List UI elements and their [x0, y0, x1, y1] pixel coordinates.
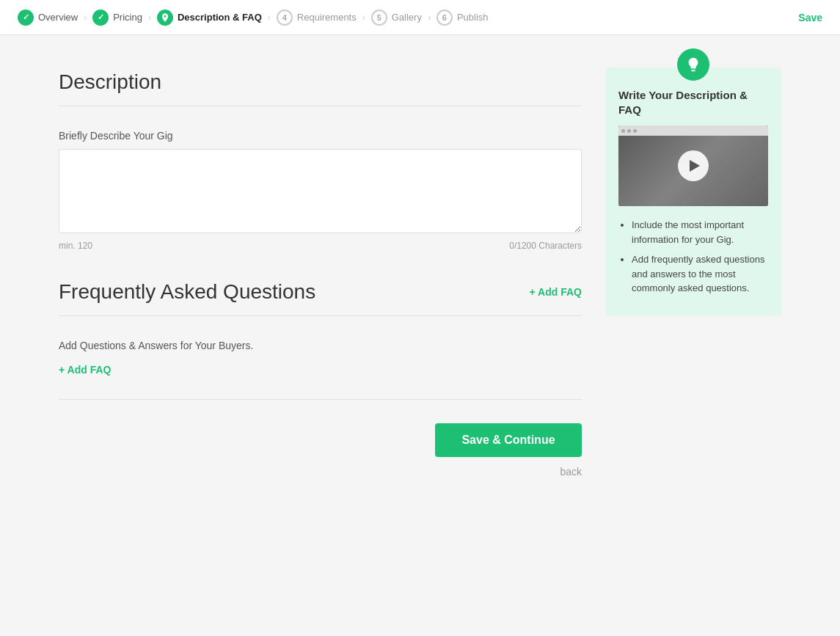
pricing-label: Pricing [113, 12, 142, 23]
min-chars-label: min. 120 [59, 241, 92, 251]
tip-bulb-icon [677, 48, 709, 81]
tip-bullets: Include the most important information f… [618, 218, 768, 296]
add-faq-top-button[interactable]: + Add FAQ [530, 286, 582, 298]
chevron-4: › [362, 12, 365, 23]
chevron-1: › [84, 12, 87, 23]
nav-step-description-faq[interactable]: Description & FAQ [157, 10, 262, 26]
gig-description-textarea[interactable] [59, 149, 582, 233]
char-info: min. 120 0/1200 Characters [59, 241, 582, 251]
bottom-divider [59, 399, 582, 400]
tip-card-title: Write Your Description & FAQ [618, 88, 768, 117]
play-button[interactable] [678, 150, 709, 181]
play-triangle-icon [690, 160, 700, 172]
faq-section-title: Frequently Asked Questions [59, 280, 315, 304]
char-count-label: 0/1200 Characters [509, 241, 582, 251]
nav-step-gallery[interactable]: 5 Gallery [371, 10, 422, 26]
faq-body-text: Add Questions & Answers for Your Buyers. [59, 340, 582, 351]
nav-step-overview[interactable]: ✓ Overview [18, 10, 78, 26]
chevron-5: › [428, 12, 431, 23]
sidebar-tip: Write Your Description & FAQ Include the… [605, 65, 781, 478]
faq-header: Frequently Asked Questions + Add FAQ [59, 280, 582, 304]
tip-bullet-2: Add frequently asked questions and answe… [632, 252, 768, 296]
top-nav: ✓ Overview › ✓ Pricing › Description & F… [0, 0, 840, 35]
form-area: Description Briefly Describe Your Gig mi… [59, 70, 582, 478]
form-actions: Save & Continue back [59, 423, 582, 478]
nav-steps: ✓ Overview › ✓ Pricing › Description & F… [18, 10, 822, 26]
gallery-number-icon: 5 [371, 10, 387, 26]
gig-description-label: Briefly Describe Your Gig [59, 130, 582, 142]
browser-dot-2 [627, 129, 631, 133]
requirements-label: Requirements [297, 12, 357, 23]
description-section-title: Description [59, 70, 582, 94]
overview-check-icon: ✓ [18, 10, 34, 26]
requirements-number-icon: 4 [277, 10, 293, 26]
description-faq-pin-icon [157, 10, 173, 26]
description-divider [59, 106, 582, 106]
browser-dot-1 [621, 129, 625, 133]
save-continue-button[interactable]: Save & Continue [435, 423, 582, 457]
main-content: Description Briefly Describe Your Gig mi… [0, 35, 840, 522]
description-faq-label: Description & FAQ [178, 12, 262, 23]
back-link[interactable]: back [560, 466, 582, 478]
nav-step-requirements[interactable]: 4 Requirements [277, 10, 357, 26]
pricing-check-icon: ✓ [92, 10, 109, 26]
overview-label: Overview [38, 12, 78, 23]
nav-step-publish[interactable]: 6 Publish [437, 10, 489, 26]
chevron-2: › [148, 12, 151, 23]
video-thumbnail[interactable] [618, 125, 768, 206]
tip-bullet-1: Include the most important information f… [632, 218, 768, 246]
nav-step-pricing[interactable]: ✓ Pricing [92, 10, 142, 26]
video-browser-bar [618, 125, 768, 136]
chevron-3: › [268, 12, 271, 23]
tip-card: Write Your Description & FAQ Include the… [605, 67, 781, 316]
gallery-label: Gallery [392, 12, 422, 23]
browser-dot-3 [633, 129, 637, 133]
add-faq-inline-link[interactable]: + Add FAQ [59, 364, 111, 376]
publish-number-icon: 6 [437, 10, 453, 26]
save-button[interactable]: Save [798, 12, 822, 23]
publish-label: Publish [457, 12, 489, 23]
faq-divider [59, 315, 582, 316]
